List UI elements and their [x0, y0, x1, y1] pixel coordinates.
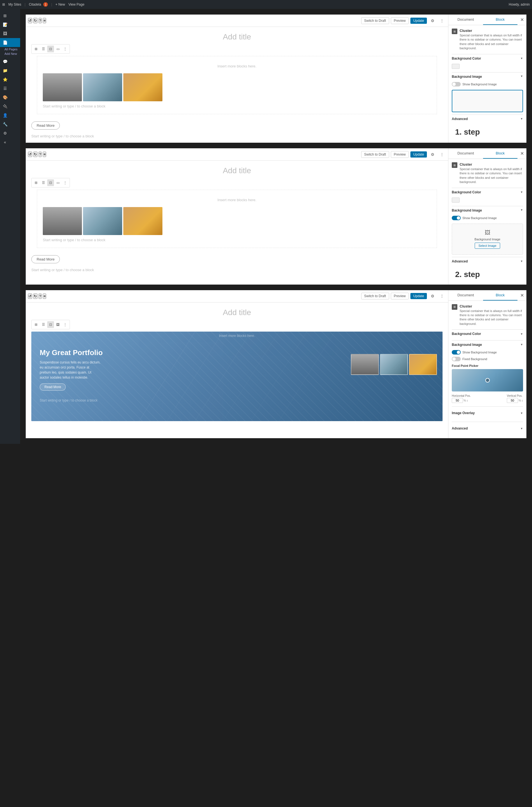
- block-btn-more-3[interactable]: ⋮: [62, 321, 69, 328]
- settings-tab-document-3[interactable]: Document: [449, 290, 483, 300]
- gallery-img-1-1[interactable]: [43, 73, 82, 101]
- settings-tab-document-2[interactable]: Document: [449, 148, 483, 159]
- show-bg-toggle-3[interactable]: Show Background Image: [452, 350, 497, 354]
- inline-img-3-1[interactable]: [351, 354, 379, 375]
- sidebar-item-settings[interactable]: ⚙: [0, 129, 20, 138]
- gallery-img-2-2[interactable]: [83, 207, 122, 235]
- settings-gear-btn-2[interactable]: ⚙: [429, 150, 436, 158]
- notification-badge[interactable]: 1: [43, 2, 48, 7]
- bg-image-box-2[interactable]: 🖼 Background Image Select Image: [452, 224, 523, 255]
- bg-image-header-3[interactable]: Background Image ▲: [452, 341, 523, 349]
- gallery-img-1-2[interactable]: [83, 73, 122, 101]
- v-pos-input-3[interactable]: [507, 398, 518, 403]
- sidebar-item-items[interactable]: ☰: [0, 84, 20, 93]
- block-btn-list-2[interactable]: ☰: [40, 179, 47, 186]
- block-btn-rect-1[interactable]: ▭: [55, 45, 61, 52]
- new-button[interactable]: + New: [55, 2, 65, 6]
- info-button-1[interactable]: ?: [39, 18, 42, 23]
- view-page-link[interactable]: View Page: [69, 2, 84, 6]
- inline-img-3-3[interactable]: [409, 354, 437, 375]
- preview-btn-3[interactable]: Preview: [391, 293, 409, 299]
- page-title-2[interactable]: Add title: [37, 166, 437, 175]
- settings-gear-btn-1[interactable]: ⚙: [429, 17, 436, 25]
- block-btn-more-2[interactable]: ⋮: [62, 179, 69, 186]
- redo-button-2[interactable]: ↻: [33, 152, 37, 157]
- undo-button-2[interactable]: ↺: [28, 152, 32, 157]
- info-button-2[interactable]: ?: [39, 152, 42, 157]
- advanced-header-1[interactable]: Advanced ▼: [452, 115, 523, 123]
- sidebar-item-media[interactable]: 🖼: [0, 29, 20, 38]
- sidebar-item-posts[interactable]: 📝: [0, 20, 20, 29]
- bg-image-toggle-2[interactable]: Show Background Image: [452, 216, 497, 220]
- bg-color-header-3[interactable]: Background Color ▼: [452, 330, 523, 338]
- settings-close-3[interactable]: ✕: [517, 291, 527, 300]
- sidebar-item-pages[interactable]: 📄: [0, 38, 20, 47]
- block-btn-square-3[interactable]: ⊡: [47, 321, 54, 328]
- menu-button-3[interactable]: ≡: [43, 294, 46, 299]
- my-sites[interactable]: My Sites: [8, 2, 21, 6]
- gallery-img-2-1[interactable]: [43, 207, 82, 235]
- color-swatch-2[interactable]: [452, 198, 460, 203]
- bg-image-header-1[interactable]: Background Image ▲: [452, 72, 523, 81]
- advanced-header-3[interactable]: Advanced ▼: [452, 424, 523, 433]
- sidebar-item-citadela-directory[interactable]: 📁: [0, 66, 20, 75]
- wp-logo[interactable]: ⊞: [2, 2, 5, 6]
- sidebar-item-add-new[interactable]: Add New: [0, 52, 20, 57]
- redo-button-1[interactable]: ↻: [33, 18, 37, 23]
- switch-draft-btn-1[interactable]: Switch to Draft: [361, 17, 389, 24]
- read-more-btn-3[interactable]: Read More: [40, 383, 66, 391]
- settings-gear-btn-3[interactable]: ⚙: [429, 292, 436, 300]
- more-options-btn-3[interactable]: ⋮: [438, 292, 446, 300]
- read-more-btn-2[interactable]: Read More: [31, 255, 60, 263]
- block-btn-grid-3[interactable]: ⊞: [33, 321, 39, 328]
- undo-button-3[interactable]: ↺: [28, 294, 32, 299]
- sidebar-item-collapse[interactable]: «: [0, 138, 20, 147]
- sidebar-item-plugins[interactable]: 🔌: [0, 102, 20, 111]
- v-pos-stepper-3[interactable]: ↕: [522, 399, 523, 402]
- block-btn-list-3[interactable]: ☰: [40, 321, 47, 328]
- settings-tab-block-2[interactable]: Block: [483, 148, 518, 159]
- read-more-btn-1[interactable]: Read More: [31, 122, 60, 130]
- redo-button-3[interactable]: ↻: [33, 294, 37, 299]
- block-btn-grid-1[interactable]: ⊞: [33, 45, 39, 52]
- inline-img-3-2[interactable]: [380, 354, 408, 375]
- update-btn-1[interactable]: Update: [411, 18, 427, 24]
- switch-draft-btn-2[interactable]: Switch to Draft: [361, 151, 389, 158]
- h-pos-input-3[interactable]: [452, 398, 463, 403]
- image-overlay-header-3[interactable]: Image Overlay ▼: [452, 409, 523, 417]
- sidebar-item-citadela-pro[interactable]: ⭐: [0, 75, 20, 84]
- switch-draft-btn-3[interactable]: Switch to Draft: [361, 293, 389, 299]
- sidebar-item-comments[interactable]: 💬: [0, 57, 20, 66]
- update-btn-3[interactable]: Update: [411, 293, 427, 299]
- color-swatch-1[interactable]: [452, 64, 460, 69]
- block-btn-square-1[interactable]: ⊡: [47, 45, 54, 52]
- bg-image-box-1[interactable]: [452, 90, 523, 112]
- bg-color-header-2[interactable]: Background Color ▼: [452, 188, 523, 197]
- settings-tab-block-1[interactable]: Block: [483, 15, 518, 25]
- block-btn-image-3[interactable]: 🖼: [55, 321, 61, 328]
- preview-btn-2[interactable]: Preview: [391, 151, 409, 158]
- menu-button-1[interactable]: ≡: [43, 18, 46, 23]
- block-btn-list-1[interactable]: ☰: [40, 45, 47, 52]
- undo-button-1[interactable]: ↺: [28, 18, 32, 23]
- focal-point-preview-3[interactable]: [452, 369, 523, 391]
- page-title-1[interactable]: Add title: [37, 33, 437, 41]
- sidebar-item-dashboard[interactable]: ⊞: [0, 11, 20, 20]
- select-image-btn-2[interactable]: Select Image: [475, 243, 500, 249]
- bg-image-header-2[interactable]: Background Image ▲: [452, 206, 523, 215]
- fixed-bg-toggle-3[interactable]: Fixed Background: [452, 357, 487, 361]
- block-btn-more-1[interactable]: ⋮: [62, 45, 69, 52]
- gallery-img-2-3[interactable]: [123, 207, 163, 235]
- info-button-3[interactable]: ?: [39, 294, 42, 299]
- block-btn-rect-2[interactable]: ▭: [55, 179, 61, 186]
- more-options-btn-2[interactable]: ⋮: [438, 150, 446, 158]
- sidebar-item-users[interactable]: 👤: [0, 111, 20, 120]
- block-btn-grid-2[interactable]: ⊞: [33, 179, 39, 186]
- bg-image-toggle-1[interactable]: Show Background Image: [452, 82, 497, 87]
- settings-tab-block-3[interactable]: Block: [483, 290, 518, 300]
- settings-close-2[interactable]: ✕: [517, 149, 527, 158]
- sidebar-item-all-pages[interactable]: All Pages: [0, 47, 20, 52]
- block-btn-square-2[interactable]: ⊡: [47, 179, 54, 186]
- page-title-3[interactable]: Add title: [37, 308, 437, 317]
- site-name[interactable]: Citadela 1: [29, 2, 48, 7]
